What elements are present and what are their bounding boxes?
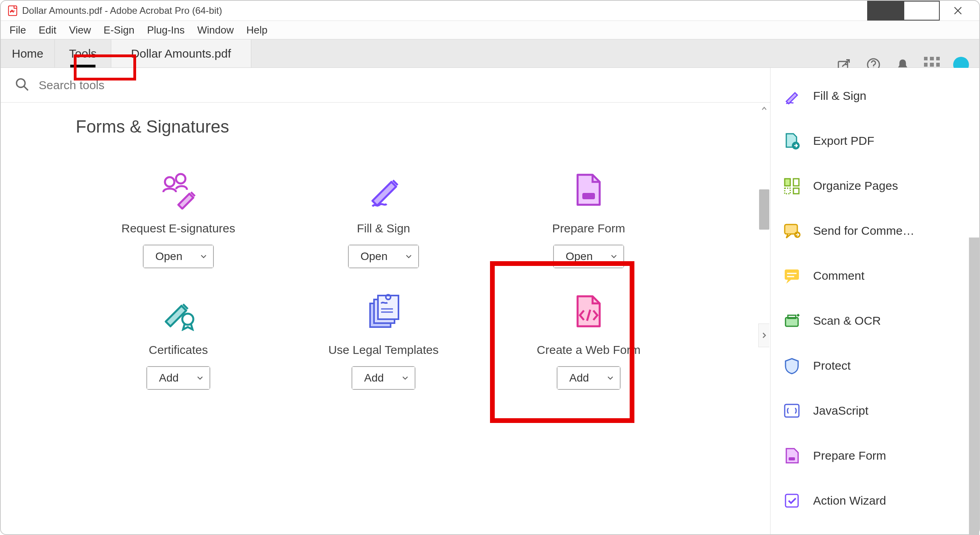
side-label: Organize Pages	[813, 179, 898, 193]
side-scrollbar-thumb[interactable]	[969, 238, 979, 535]
side-label: Action Wizard	[813, 494, 886, 507]
menu-window[interactable]: Window	[193, 22, 238, 38]
maximize-button[interactable]	[903, 1, 940, 21]
export-pdf-icon	[782, 131, 801, 150]
tab-home[interactable]: Home	[1, 39, 55, 67]
tab-document[interactable]: Dollar Amounts.pdf	[111, 39, 251, 67]
tool-action: Open	[143, 245, 214, 268]
side-label: Scan & OCR	[813, 314, 881, 327]
tool-card-fill-sign[interactable]: Fill & Sign Open	[281, 164, 486, 268]
open-button[interactable]: Open	[554, 245, 605, 268]
tool-card-create-web-form[interactable]: Create a Web Form Add	[486, 286, 691, 390]
minimize-button[interactable]	[867, 1, 903, 21]
svg-rect-16	[785, 188, 790, 194]
side-label: Fill & Sign	[813, 89, 866, 103]
action-wizard-icon	[782, 491, 801, 510]
svg-rect-22	[788, 315, 796, 318]
svg-rect-25	[785, 494, 798, 507]
fill-sign-icon	[782, 86, 801, 105]
tool-card-use-legal-templates[interactable]: Use Legal Templates Add	[281, 286, 486, 390]
tab-home-label: Home	[12, 47, 43, 60]
scan-ocr-icon	[782, 311, 801, 330]
close-button[interactable]	[940, 1, 976, 21]
side-item-comment[interactable]: Comment	[782, 253, 971, 298]
svg-rect-17	[793, 188, 799, 194]
svg-rect-24	[789, 457, 795, 460]
tool-card-prepare-form[interactable]: Prepare Form Open	[486, 164, 691, 268]
open-button[interactable]: Open	[349, 245, 400, 268]
side-item-action-wizard[interactable]: Action Wizard	[782, 478, 971, 523]
prepare-form-icon	[569, 164, 608, 215]
svg-rect-7	[582, 193, 595, 199]
acrobat-app-icon	[7, 5, 18, 16]
dropdown-button[interactable]	[191, 367, 209, 389]
add-button[interactable]: Add	[557, 367, 601, 389]
svg-point-5	[165, 177, 174, 187]
tool-card-certificates[interactable]: Certificates Add	[76, 286, 281, 390]
web-form-icon	[569, 286, 608, 337]
scroll-up-icon[interactable]	[758, 103, 770, 114]
dropdown-button[interactable]	[194, 245, 213, 268]
certificates-icon	[159, 286, 198, 337]
dropdown-button[interactable]	[399, 245, 418, 268]
tool-action: Add	[557, 366, 621, 390]
dropdown-button[interactable]	[601, 367, 620, 389]
side-item-fill-sign[interactable]: Fill & Sign	[782, 73, 971, 118]
tool-action: Open	[348, 245, 419, 268]
menu-file[interactable]: File	[5, 22, 31, 38]
tool-title: Prepare Form	[552, 222, 625, 235]
tab-document-label: Dollar Amounts.pdf	[131, 47, 231, 60]
menu-edit[interactable]: Edit	[34, 22, 61, 38]
side-label: Export PDF	[813, 134, 874, 148]
tool-title: Use Legal Templates	[328, 343, 439, 357]
prepare-form-icon	[782, 446, 801, 465]
comment-icon	[782, 266, 801, 285]
menu-view[interactable]: View	[64, 22, 96, 38]
titlebar: Dollar Amounts.pdf - Adobe Acrobat Pro (…	[1, 1, 979, 21]
menu-help[interactable]: Help	[242, 22, 272, 38]
javascript-icon	[782, 401, 801, 420]
tabbar: Home Tools Dollar Amounts.pdf	[1, 39, 979, 68]
dropdown-button[interactable]	[604, 245, 623, 268]
dropdown-button[interactable]	[396, 367, 415, 389]
protect-icon	[782, 356, 801, 375]
svg-point-4	[17, 79, 25, 87]
tools-area: Forms & Signatures Request E-signatures …	[1, 103, 770, 534]
svg-rect-20	[785, 269, 799, 280]
side-item-scan-ocr[interactable]: Scan & OCR	[782, 298, 971, 343]
window-title: Dollar Amounts.pdf - Adobe Acrobat Pro (…	[22, 5, 222, 16]
side-item-prepare-form[interactable]: Prepare Form	[782, 433, 971, 478]
menu-plugins[interactable]: Plug-Ins	[142, 22, 189, 38]
main-column: Forms & Signatures Request E-signatures …	[1, 68, 770, 534]
svg-point-6	[176, 174, 185, 183]
request-esignatures-icon	[159, 164, 198, 215]
organize-pages-icon	[782, 176, 801, 195]
main-scrollbar[interactable]	[758, 103, 770, 534]
add-button[interactable]: Add	[352, 367, 396, 389]
tool-action: Add	[146, 366, 210, 390]
app-body: Forms & Signatures Request E-signatures …	[1, 68, 979, 534]
tool-title: Request E-signatures	[122, 222, 236, 235]
open-button[interactable]: Open	[144, 245, 195, 268]
tab-tools[interactable]: Tools	[55, 39, 111, 67]
side-label: Protect	[813, 359, 851, 372]
tab-tools-label: Tools	[69, 47, 97, 60]
search-input[interactable]	[39, 79, 275, 92]
side-label: JavaScript	[813, 404, 868, 417]
expand-side-handle[interactable]	[758, 324, 769, 347]
svg-point-8	[182, 314, 193, 325]
scrollbar-thumb[interactable]	[759, 189, 769, 230]
tool-card-request-esignatures[interactable]: Request E-signatures Open	[76, 164, 281, 268]
tool-action: Open	[553, 245, 625, 268]
window-controls	[867, 1, 976, 21]
side-item-javascript[interactable]: JavaScript	[782, 388, 971, 433]
search-icon	[14, 77, 30, 94]
side-panel: Fill & Sign Export PDF Organize Pages Se…	[770, 68, 979, 534]
searchbar	[1, 68, 770, 103]
side-item-organize-pages[interactable]: Organize Pages	[782, 163, 971, 208]
add-button[interactable]: Add	[147, 367, 191, 389]
side-item-protect[interactable]: Protect	[782, 343, 971, 388]
side-item-send-for-comments[interactable]: Send for Comme…	[782, 208, 971, 253]
side-item-export-pdf[interactable]: Export PDF	[782, 118, 971, 163]
menu-esign[interactable]: E-Sign	[99, 22, 139, 38]
